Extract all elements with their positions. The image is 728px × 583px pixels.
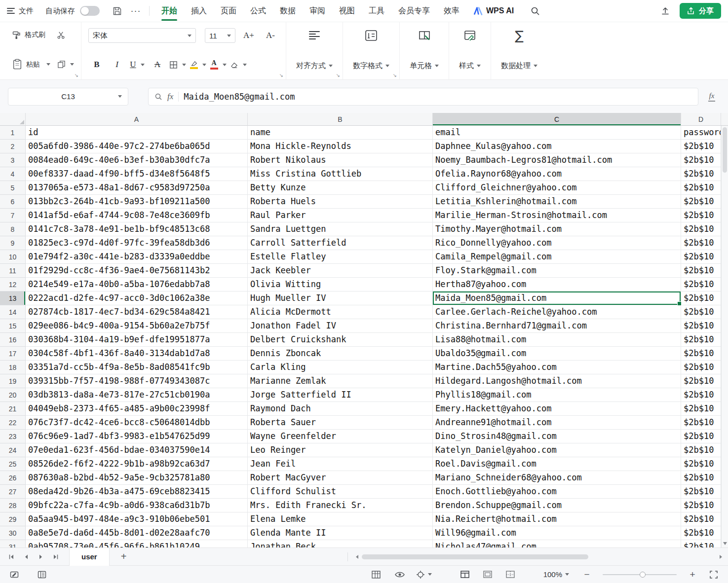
cell-name[interactable]: Jorge Satterfield II [248,388,433,402]
dialog-launcher-icon[interactable]: ↘ [75,73,78,78]
cell-id[interactable]: 039315bb-7f57-4198-988f-07749343087c [26,374,248,388]
cell-id[interactable]: 03db3813-da8a-4e73-817e-27c51cb0190a [26,388,248,402]
cell-name[interactable]: Raul Parker [248,209,433,222]
row-header[interactable]: 31 [0,540,26,547]
cell-password[interactable]: $2b$10 [681,195,721,209]
cell-name[interactable]: Clifford Schulist [248,485,433,499]
cell-id[interactable]: 076c73f7-dc42-4ce6-bcc8-c50648014dbb [26,416,248,430]
cell-email[interactable]: Ofelia.Raynor68@yahoo.com [433,167,681,181]
cell-email[interactable]: Letitia_Kshlerin@hotmail.com [433,195,681,209]
borders-button[interactable] [169,58,186,72]
alignment-button[interactable]: 对齐方式 [293,28,336,72]
row-header[interactable]: 22 [0,416,26,430]
cell-email[interactable]: Nia.Reichert@hotmail.com [433,512,681,526]
copy-button[interactable] [57,58,74,72]
cell-password[interactable]: $2b$10 [681,181,721,195]
cell-email[interactable]: Camila_Rempel@gmail.com [433,250,681,264]
row-header[interactable]: 5 [0,181,26,195]
cell-id[interactable]: 01e794f2-a30c-441e-b283-d3339a0eddbe [26,250,248,264]
column-header-d[interactable]: D [681,113,721,126]
cell-email[interactable]: Floy.Stark@gmail.com [433,264,681,278]
row-header[interactable]: 30 [0,526,26,540]
cell-name[interactable]: Alicia McDermott [248,305,433,319]
search-button[interactable] [528,3,542,18]
page-break-view-button[interactable] [503,567,518,582]
row-header[interactable]: 28 [0,499,26,512]
cell-name[interactable]: name [248,126,433,140]
cell-name[interactable]: Glenda Mante II [248,526,433,540]
last-sheet-button[interactable] [49,550,62,563]
row-header[interactable]: 18 [0,361,26,374]
cell-email[interactable]: Dino_Strosin48@gmail.com [433,430,681,443]
data-processing-button[interactable]: ∑ 数据处理 [498,28,540,72]
cells-button[interactable]: 单元格 [407,28,442,72]
cell-password[interactable]: $2b$10 [681,402,721,416]
row-header[interactable]: 14 [0,305,26,319]
cell-reference-box[interactable]: C13 [8,88,128,106]
row-header[interactable]: 15 [0,319,26,333]
bold-button[interactable]: B [88,58,105,72]
cell-id[interactable]: 027874cb-1817-4ec7-bd34-629c584a8421 [26,305,248,319]
cell-password[interactable]: $2b$10 [681,430,721,443]
add-sheet-button[interactable]: + [117,551,130,562]
cell-name[interactable]: Estelle Flatley [248,250,433,264]
dialog-launcher-icon[interactable]: ↘ [393,73,397,78]
cell-email[interactable]: Andreanne91@hotmail.com [433,416,681,430]
cell-password[interactable]: $2b$10 [681,540,721,547]
cell-password[interactable]: $2b$10 [681,374,721,388]
cell-name[interactable]: Robert MacGyver [248,471,433,485]
next-sheet-button[interactable] [35,550,47,563]
cell-password[interactable]: $2b$10 [681,250,721,264]
cell-email[interactable]: Phyllis18@gmail.com [433,388,681,402]
cell-id[interactable]: 0a8e5e7d-da6d-445b-8d01-d02e28aafc70 [26,526,248,540]
previous-sheet-button[interactable] [20,550,33,563]
cell-email[interactable]: Rico_Donnelly@yahoo.com [433,236,681,250]
menu-tab[interactable]: 工具 [362,0,391,22]
scroll-right-button[interactable] [719,554,723,559]
increase-font-button[interactable]: A+ [240,29,257,42]
cell-id[interactable]: 00ef8337-daad-4f90-bff5-d34e8f5648f5 [26,167,248,181]
cell-id[interactable]: 005a6fd0-3986-440e-97c2-274be6ba065d [26,140,248,153]
cell-password[interactable]: password [681,126,721,140]
cell-email[interactable]: Noemy_Baumbach-Legros81@hotmail.com [433,153,681,167]
cell-name[interactable]: Jean Feil [248,457,433,471]
row-header[interactable]: 3 [0,153,26,167]
cell-password[interactable]: $2b$10 [681,347,721,361]
cell-password[interactable]: $2b$10 [681,305,721,319]
row-header[interactable]: 23 [0,430,26,443]
cell-id[interactable]: 03351a7d-cc5b-4f9a-8e5b-8ad08541fc9b [26,361,248,374]
cell-password[interactable]: $2b$10 [681,416,721,430]
cell-id[interactable]: 013bb2c3-264b-41cb-9a93-bf109211a500 [26,195,248,209]
cell-email[interactable]: Enoch.Gottlieb@yahoo.com [433,485,681,499]
cell-password[interactable]: $2b$10 [681,388,721,402]
cell-password[interactable]: $2b$10 [681,499,721,512]
cell-name[interactable]: Mona Hickle-Reynolds [248,140,433,153]
cell-email[interactable]: Lisa88@hotmail.com [433,333,681,347]
cell-name[interactable]: Jack Keebler [248,264,433,278]
horizontal-scrollbar-thumb[interactable] [362,554,589,559]
column-header-a[interactable]: A [26,113,248,126]
row-header[interactable]: 8 [0,222,26,236]
cell-id[interactable]: 09bfc22a-c7fa-4c9b-a0d6-938ca6d31b7b [26,499,248,512]
row-header[interactable]: 6 [0,195,26,209]
cell-password[interactable]: $2b$10 [681,209,721,222]
cell-name[interactable]: Mrs. Edith Franecki Sr. [248,499,433,512]
menu-tab[interactable]: 开始 [154,0,184,22]
cell-email[interactable]: Ubaldo35@gmail.com [433,347,681,361]
row-header[interactable]: 20 [0,388,26,402]
cell-id[interactable]: 04049eb8-2373-4f65-a485-a9b00c23998f [26,402,248,416]
format-painter-button[interactable]: 格式刷 [10,30,47,41]
cell-password[interactable]: $2b$10 [681,278,721,292]
font-size-select[interactable]: 11 [205,28,235,43]
cell-email[interactable]: Christina.Bernhard71@gmail.com [433,319,681,333]
cell-email[interactable]: Carlee.Gerlach-Reichel@yahoo.com [433,305,681,319]
cell-name[interactable]: Jonathon Fadel IV [248,319,433,333]
number-format-button[interactable]: 数字格式 [350,28,392,72]
row-header[interactable]: 13 [0,292,26,305]
scroll-down-button[interactable] [722,540,728,547]
highlight-color-button[interactable] [190,58,206,72]
decrease-font-button[interactable]: A- [262,29,279,42]
cell-name[interactable]: Elena Lemke [248,512,433,526]
cell-id[interactable]: 0141c7c8-3a78-4e91-be1b-bf9c48513c68 [26,222,248,236]
zoom-slider[interactable] [603,571,677,578]
